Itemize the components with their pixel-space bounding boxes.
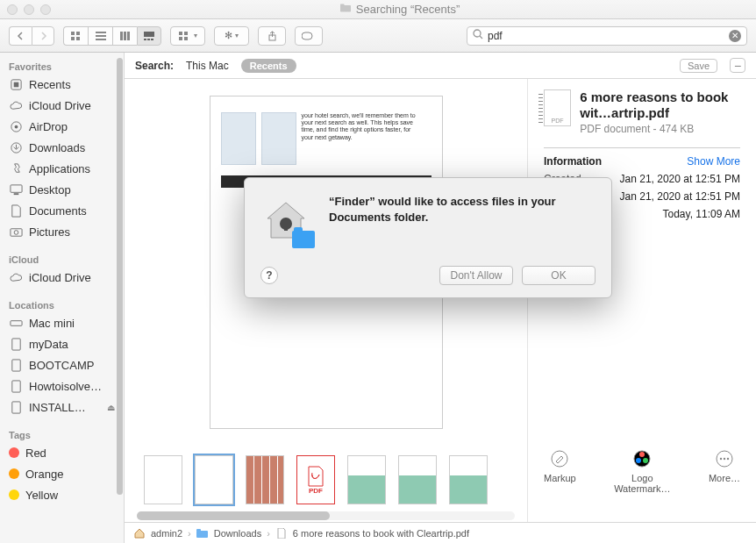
- quick-actions: Markup Logo Watermark… More…: [544, 448, 740, 511]
- gallery-main: your hotel search, we'll remember them t…: [125, 79, 528, 522]
- sidebar-item-icloud-drive-2[interactable]: iCloud Drive: [0, 267, 124, 288]
- thumbnail-item[interactable]: [144, 455, 182, 504]
- path-segment[interactable]: admin2: [151, 528, 182, 539]
- tags-button[interactable]: [295, 26, 323, 46]
- disk-icon: [9, 337, 23, 351]
- scope-recents[interactable]: Recents: [241, 59, 296, 73]
- gallery-view-button[interactable]: [137, 26, 161, 46]
- help-button[interactable]: ?: [260, 267, 278, 284]
- pdf-label: PDF: [309, 487, 323, 495]
- svg-rect-21: [302, 32, 312, 39]
- save-search-button[interactable]: Save: [680, 59, 717, 73]
- more-actions[interactable]: More…: [709, 448, 740, 494]
- sidebar-item-icloud-drive[interactable]: iCloud Drive: [0, 95, 124, 116]
- sidebar-item-mydata[interactable]: myData: [0, 333, 124, 354]
- show-more-link[interactable]: Show More: [687, 155, 740, 168]
- svg-point-43: [636, 458, 641, 463]
- home-icon: [133, 527, 146, 539]
- svg-rect-29: [10, 184, 21, 191]
- sidebar-item-macmini[interactable]: Mac mini: [0, 312, 124, 333]
- share-button[interactable]: [258, 26, 286, 46]
- close-window-button[interactable]: [7, 4, 18, 15]
- list-view-button[interactable]: [88, 26, 112, 46]
- svg-point-38: [552, 451, 567, 467]
- search-icon: [473, 29, 483, 42]
- sidebar-item-label: Red: [25, 447, 46, 460]
- search-input[interactable]: [488, 30, 724, 42]
- thumbnail-item[interactable]: [347, 455, 386, 504]
- airdrop-icon: [9, 119, 23, 133]
- sidebar-tag-red[interactable]: Red: [0, 442, 124, 463]
- thumbnail-item[interactable]: [449, 455, 488, 504]
- scrollbar-thumb[interactable]: [137, 511, 330, 520]
- svg-rect-25: [13, 82, 18, 87]
- window-title-text: Searching “Recents”: [356, 3, 460, 16]
- applications-icon: [9, 161, 23, 175]
- thumbnail-pdf-icon[interactable]: PDF: [296, 455, 335, 504]
- sidebar-item-documents[interactable]: Documents: [0, 200, 124, 221]
- sidebar-item-howtoisolve[interactable]: Howtoisolve…: [0, 375, 124, 397]
- meta-value: Jan 21, 2020 at 12:51 PM: [620, 190, 740, 203]
- sidebar-item-recents[interactable]: Recents: [0, 74, 124, 95]
- svg-rect-34: [11, 338, 19, 349]
- information-header: Information: [544, 155, 602, 168]
- action-button[interactable]: ✻▾: [214, 26, 249, 46]
- clear-search-button[interactable]: ✕: [729, 30, 741, 42]
- tag-dot: [9, 468, 19, 479]
- sidebar-item-label: myData: [29, 338, 68, 351]
- svg-rect-7: [96, 35, 106, 37]
- toolbar: ▾ ✻▾ ✕: [0, 19, 756, 53]
- eject-icon[interactable]: ⏏: [107, 403, 115, 412]
- path-segment[interactable]: 6 more reasons to book with Cleartrip.pd…: [293, 528, 469, 539]
- sidebar-item-downloads[interactable]: Downloads: [0, 137, 124, 158]
- sidebar-scrollbar[interactable]: [117, 58, 123, 495]
- sidebar-item-airdrop[interactable]: AirDrop: [0, 116, 124, 137]
- ok-button[interactable]: OK: [522, 266, 596, 285]
- cloud-icon: [9, 98, 23, 112]
- sidebar-tags-header: Tags: [0, 426, 124, 442]
- search-scope-label: Search:: [135, 60, 174, 72]
- desktop-icon: [9, 182, 23, 196]
- svg-point-41: [639, 452, 645, 457]
- thumbnail-strip: PDF: [125, 445, 527, 511]
- back-button[interactable]: [9, 26, 32, 46]
- path-segment[interactable]: Downloads: [214, 528, 261, 539]
- downloads-icon: [9, 140, 23, 154]
- svg-rect-0: [340, 5, 351, 12]
- sidebar-item-pictures[interactable]: Pictures: [0, 221, 124, 242]
- arrange-button[interactable]: ▾: [170, 26, 205, 46]
- search-scope-bar: Search: This Mac Recents Save −: [125, 53, 756, 79]
- thumbnail-scrollbar[interactable]: [137, 511, 515, 520]
- sidebar-tag-yellow[interactable]: Yellow: [0, 484, 124, 505]
- sidebar-item-applications[interactable]: Applications: [0, 158, 124, 179]
- remove-criteria-button[interactable]: −: [730, 58, 745, 73]
- sidebar-item-bootcamp[interactable]: BOOTCAMP: [0, 354, 124, 375]
- sidebar-item-label: Applications: [29, 162, 90, 175]
- scope-this-mac[interactable]: This Mac: [186, 60, 229, 72]
- column-view-button[interactable]: [112, 26, 137, 46]
- svg-rect-33: [10, 320, 21, 325]
- sidebar-item-label: Documents: [29, 204, 87, 218]
- forward-button[interactable]: [32, 26, 54, 46]
- svg-rect-37: [11, 401, 19, 412]
- gear-icon: ✻: [225, 30, 232, 41]
- zoom-window-button[interactable]: [40, 4, 51, 15]
- sidebar-item-label: INSTALL…: [29, 401, 86, 414]
- sidebar-item-install[interactable]: INSTALL…⏏: [0, 397, 124, 418]
- thumbnail-item-selected[interactable]: [195, 455, 233, 504]
- minimize-window-button[interactable]: [24, 4, 34, 15]
- logo-watermark-action[interactable]: Logo Watermark…: [603, 448, 682, 494]
- action-label: Logo Watermark…: [603, 473, 682, 494]
- svg-rect-48: [196, 531, 208, 538]
- svg-rect-17: [184, 32, 188, 35]
- markup-action[interactable]: Markup: [544, 448, 576, 494]
- sidebar-tag-orange[interactable]: Orange: [0, 463, 124, 484]
- ellipsis-icon: [714, 448, 735, 469]
- document-icon: PDF: [544, 89, 571, 126]
- icon-view-button[interactable]: [63, 26, 88, 46]
- thumbnail-item[interactable]: [398, 455, 437, 504]
- sidebar-icloud-header: iCloud: [0, 251, 124, 267]
- sidebar-item-desktop[interactable]: Desktop: [0, 179, 124, 200]
- thumbnail-item[interactable]: [246, 455, 284, 504]
- dont-allow-button[interactable]: Don't Allow: [439, 266, 513, 285]
